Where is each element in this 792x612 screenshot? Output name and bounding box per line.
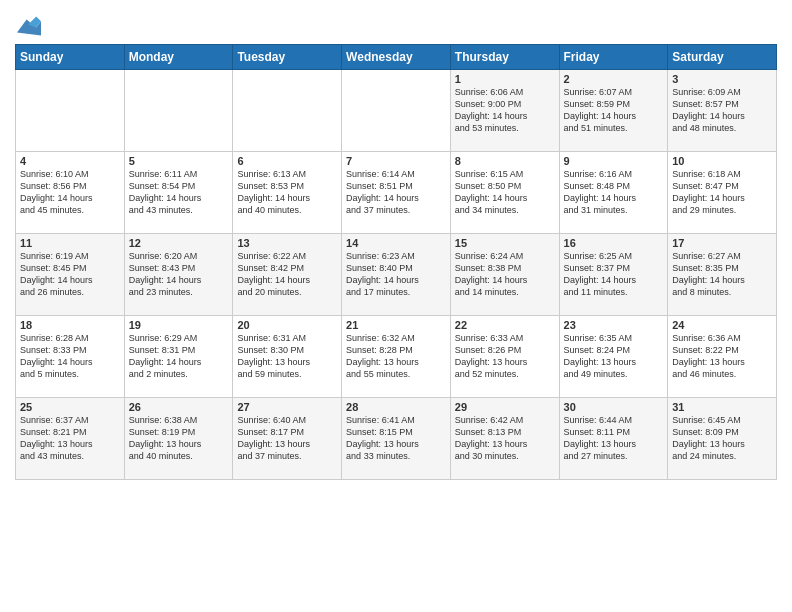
day-number: 18 [20,319,120,331]
page-container: SundayMondayTuesdayWednesdayThursdayFrid… [0,0,792,490]
day-number: 25 [20,401,120,413]
week-row-3: 11Sunrise: 6:19 AM Sunset: 8:45 PM Dayli… [16,234,777,316]
day-number: 28 [346,401,446,413]
day-info: Sunrise: 6:06 AM Sunset: 9:00 PM Dayligh… [455,86,555,135]
calendar-cell: 2Sunrise: 6:07 AM Sunset: 8:59 PM Daylig… [559,70,668,152]
day-info: Sunrise: 6:27 AM Sunset: 8:35 PM Dayligh… [672,250,772,299]
calendar-cell: 10Sunrise: 6:18 AM Sunset: 8:47 PM Dayli… [668,152,777,234]
week-row-5: 25Sunrise: 6:37 AM Sunset: 8:21 PM Dayli… [16,398,777,480]
header [15,10,777,38]
calendar-cell: 19Sunrise: 6:29 AM Sunset: 8:31 PM Dayli… [124,316,233,398]
calendar-cell: 27Sunrise: 6:40 AM Sunset: 8:17 PM Dayli… [233,398,342,480]
day-number: 6 [237,155,337,167]
day-info: Sunrise: 6:45 AM Sunset: 8:09 PM Dayligh… [672,414,772,463]
day-info: Sunrise: 6:18 AM Sunset: 8:47 PM Dayligh… [672,168,772,217]
day-header-friday: Friday [559,45,668,70]
calendar-cell: 31Sunrise: 6:45 AM Sunset: 8:09 PM Dayli… [668,398,777,480]
calendar-cell: 13Sunrise: 6:22 AM Sunset: 8:42 PM Dayli… [233,234,342,316]
day-info: Sunrise: 6:23 AM Sunset: 8:40 PM Dayligh… [346,250,446,299]
calendar-cell: 17Sunrise: 6:27 AM Sunset: 8:35 PM Dayli… [668,234,777,316]
day-number: 5 [129,155,229,167]
day-info: Sunrise: 6:07 AM Sunset: 8:59 PM Dayligh… [564,86,664,135]
day-info: Sunrise: 6:10 AM Sunset: 8:56 PM Dayligh… [20,168,120,217]
week-row-4: 18Sunrise: 6:28 AM Sunset: 8:33 PM Dayli… [16,316,777,398]
day-info: Sunrise: 6:22 AM Sunset: 8:42 PM Dayligh… [237,250,337,299]
day-number: 23 [564,319,664,331]
calendar-table: SundayMondayTuesdayWednesdayThursdayFrid… [15,44,777,480]
day-number: 4 [20,155,120,167]
day-info: Sunrise: 6:44 AM Sunset: 8:11 PM Dayligh… [564,414,664,463]
day-info: Sunrise: 6:19 AM Sunset: 8:45 PM Dayligh… [20,250,120,299]
calendar-cell: 30Sunrise: 6:44 AM Sunset: 8:11 PM Dayli… [559,398,668,480]
calendar-cell: 1Sunrise: 6:06 AM Sunset: 9:00 PM Daylig… [450,70,559,152]
day-info: Sunrise: 6:36 AM Sunset: 8:22 PM Dayligh… [672,332,772,381]
calendar-cell: 24Sunrise: 6:36 AM Sunset: 8:22 PM Dayli… [668,316,777,398]
day-header-thursday: Thursday [450,45,559,70]
day-number: 20 [237,319,337,331]
day-number: 21 [346,319,446,331]
day-info: Sunrise: 6:24 AM Sunset: 8:38 PM Dayligh… [455,250,555,299]
calendar-cell: 8Sunrise: 6:15 AM Sunset: 8:50 PM Daylig… [450,152,559,234]
day-number: 2 [564,73,664,85]
calendar-cell: 14Sunrise: 6:23 AM Sunset: 8:40 PM Dayli… [342,234,451,316]
day-number: 29 [455,401,555,413]
day-number: 22 [455,319,555,331]
calendar-cell: 22Sunrise: 6:33 AM Sunset: 8:26 PM Dayli… [450,316,559,398]
day-info: Sunrise: 6:15 AM Sunset: 8:50 PM Dayligh… [455,168,555,217]
day-info: Sunrise: 6:37 AM Sunset: 8:21 PM Dayligh… [20,414,120,463]
calendar-cell: 28Sunrise: 6:41 AM Sunset: 8:15 PM Dayli… [342,398,451,480]
calendar-cell: 23Sunrise: 6:35 AM Sunset: 8:24 PM Dayli… [559,316,668,398]
calendar-cell: 9Sunrise: 6:16 AM Sunset: 8:48 PM Daylig… [559,152,668,234]
day-info: Sunrise: 6:35 AM Sunset: 8:24 PM Dayligh… [564,332,664,381]
day-number: 30 [564,401,664,413]
day-info: Sunrise: 6:09 AM Sunset: 8:57 PM Dayligh… [672,86,772,135]
day-number: 17 [672,237,772,249]
day-number: 7 [346,155,446,167]
day-info: Sunrise: 6:28 AM Sunset: 8:33 PM Dayligh… [20,332,120,381]
calendar-cell [233,70,342,152]
day-info: Sunrise: 6:31 AM Sunset: 8:30 PM Dayligh… [237,332,337,381]
calendar-cell: 20Sunrise: 6:31 AM Sunset: 8:30 PM Dayli… [233,316,342,398]
day-number: 8 [455,155,555,167]
calendar-cell: 26Sunrise: 6:38 AM Sunset: 8:19 PM Dayli… [124,398,233,480]
calendar-cell: 18Sunrise: 6:28 AM Sunset: 8:33 PM Dayli… [16,316,125,398]
calendar-cell: 29Sunrise: 6:42 AM Sunset: 8:13 PM Dayli… [450,398,559,480]
day-info: Sunrise: 6:25 AM Sunset: 8:37 PM Dayligh… [564,250,664,299]
day-info: Sunrise: 6:33 AM Sunset: 8:26 PM Dayligh… [455,332,555,381]
calendar-header-row: SundayMondayTuesdayWednesdayThursdayFrid… [16,45,777,70]
calendar-cell: 16Sunrise: 6:25 AM Sunset: 8:37 PM Dayli… [559,234,668,316]
day-number: 31 [672,401,772,413]
calendar-cell [16,70,125,152]
day-info: Sunrise: 6:42 AM Sunset: 8:13 PM Dayligh… [455,414,555,463]
calendar-cell: 15Sunrise: 6:24 AM Sunset: 8:38 PM Dayli… [450,234,559,316]
day-number: 13 [237,237,337,249]
day-number: 3 [672,73,772,85]
calendar-cell: 3Sunrise: 6:09 AM Sunset: 8:57 PM Daylig… [668,70,777,152]
calendar-cell: 7Sunrise: 6:14 AM Sunset: 8:51 PM Daylig… [342,152,451,234]
calendar-cell: 11Sunrise: 6:19 AM Sunset: 8:45 PM Dayli… [16,234,125,316]
calendar-cell [124,70,233,152]
day-number: 1 [455,73,555,85]
week-row-1: 1Sunrise: 6:06 AM Sunset: 9:00 PM Daylig… [16,70,777,152]
day-info: Sunrise: 6:13 AM Sunset: 8:53 PM Dayligh… [237,168,337,217]
calendar-cell: 4Sunrise: 6:10 AM Sunset: 8:56 PM Daylig… [16,152,125,234]
day-info: Sunrise: 6:16 AM Sunset: 8:48 PM Dayligh… [564,168,664,217]
day-info: Sunrise: 6:11 AM Sunset: 8:54 PM Dayligh… [129,168,229,217]
day-number: 27 [237,401,337,413]
day-number: 26 [129,401,229,413]
day-info: Sunrise: 6:29 AM Sunset: 8:31 PM Dayligh… [129,332,229,381]
calendar-cell: 5Sunrise: 6:11 AM Sunset: 8:54 PM Daylig… [124,152,233,234]
calendar-cell: 6Sunrise: 6:13 AM Sunset: 8:53 PM Daylig… [233,152,342,234]
day-info: Sunrise: 6:32 AM Sunset: 8:28 PM Dayligh… [346,332,446,381]
day-number: 12 [129,237,229,249]
calendar-cell [342,70,451,152]
day-number: 24 [672,319,772,331]
day-number: 15 [455,237,555,249]
day-number: 19 [129,319,229,331]
day-header-monday: Monday [124,45,233,70]
logo-icon [17,14,41,38]
logo [15,14,41,38]
day-info: Sunrise: 6:14 AM Sunset: 8:51 PM Dayligh… [346,168,446,217]
day-header-wednesday: Wednesday [342,45,451,70]
calendar-cell: 21Sunrise: 6:32 AM Sunset: 8:28 PM Dayli… [342,316,451,398]
